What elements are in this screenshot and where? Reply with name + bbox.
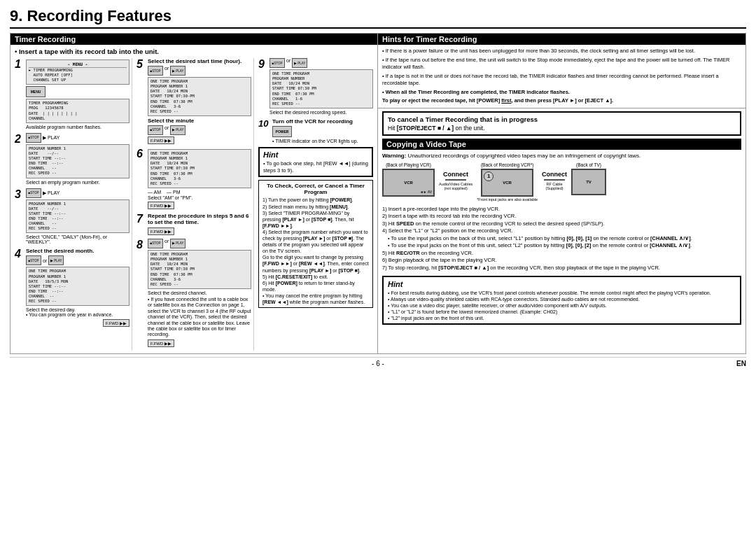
step-1-vcr-row: MENU <box>26 86 130 97</box>
step-4-stop-btn: ■STOP <box>26 255 41 265</box>
footer-spacer2: EN <box>384 360 746 367</box>
hint-box: Hint • To go back one step, hit [REW ◄◄]… <box>258 147 373 178</box>
step-6-sub: Select "AM" or "PM". <box>148 195 251 200</box>
step-1-menu-lcd: - MENU - ► TIMER PROGRAMMING AUTO REPEAT… <box>26 59 130 85</box>
step-7-num: 7 <box>136 213 145 235</box>
step-4-play-btn: ▶ PLAY <box>48 255 64 265</box>
step-7-ffwd: F.FWD ▶▶ <box>148 227 174 235</box>
step-10-power: POWER <box>272 126 373 137</box>
step-8-content: ■STOP or ▶ PLAY ONE TIME PROGRAM PROGRAM… <box>148 239 251 347</box>
steps-col2: 5 Select the desired start time (hour). … <box>135 58 254 351</box>
playing-vcr: (Back of Playing VCR) VCR ◄► AV <box>382 162 435 197</box>
step-1-menu-button: MENU <box>26 86 46 97</box>
step-5-ffwd: F.FWD ▶▶ <box>148 136 174 144</box>
page-title: 9. Recording Features <box>10 7 746 29</box>
hints-timer-recording-header: Hints for Timer Recording <box>378 34 746 45</box>
left-column: Timer Recording • Insert a tape with its… <box>10 34 378 353</box>
step-2-sub: Select an empty program number. <box>26 180 130 185</box>
back-playing-label: (Back of Playing VCR) <box>386 162 431 167</box>
left-section-content: • Insert a tape with its record tab into… <box>10 45 377 353</box>
step-4-num: 4 <box>15 248 23 327</box>
step-8-cable-note: • If you have connected the unit to a ca… <box>148 297 251 338</box>
hint-title: Hint <box>263 150 368 159</box>
cancel-text: Hit [STOP/EJECT ■ / ▲] on the unit. <box>388 125 736 132</box>
step-2-lcd: PROGRAM NUMBER 1 DATE --/-- START TIME -… <box>26 144 130 178</box>
step-4-desc: Select the desired month. <box>26 248 130 254</box>
insert-tape-instruction: • Insert a tape with its record tab into… <box>15 48 373 55</box>
hints-content: • If there is a power failure or the uni… <box>378 45 746 108</box>
step-8-row: 8 ■STOP or ▶ PLAY ONE TIME PROGRAM PROGR… <box>136 239 251 347</box>
step-5-desc: Select the desired start time (hour). <box>148 58 251 64</box>
step-10-sub: • TIMER indicator on the VCR lights up. <box>272 139 373 143</box>
connect-1: Connect Audio/Video Cables(not supplied) <box>439 162 472 190</box>
step-5-lcd: ONE TIME PROGRAM PROGRAM NUMBER 1 DATE 1… <box>148 77 251 116</box>
step-5-minute: Select the minute <box>148 118 251 124</box>
rf-cable-label: RF Cable(Supplied) <box>546 182 564 190</box>
step-2-num: 2 <box>15 133 23 185</box>
recording-vcr-box: VCR 1 <box>481 169 533 197</box>
back-recording-label: (Back of Recording VCR*) <box>481 162 534 167</box>
main-grid: Timer Recording • Insert a tape with its… <box>10 33 746 354</box>
step-1-sub: Available program number flashes. <box>26 125 130 129</box>
step-8-ffwd: F.FWD ▶▶ <box>148 339 174 347</box>
page-footer: - 6 - EN <box>10 357 746 367</box>
step-10-desc: Turn off the VCR for recording <box>272 118 373 125</box>
step-6-num: 6 <box>136 148 145 209</box>
hint-bottom-bullets: • For best results during dubbing, use t… <box>388 290 736 321</box>
step-5-row: 5 Select the desired start time (hour). … <box>136 58 251 144</box>
step-6-content: ONE TIME PROGRAM PROGRAM NUMBER 1 DATE 1… <box>148 148 251 209</box>
step-2-content: ■STOP ▶ PLAY PROGRAM NUMBER 1 DATE --/--… <box>26 133 130 185</box>
step-4-ffwd: F.FWD ▶▶ <box>26 319 130 327</box>
step-1-num: 1 <box>15 58 23 129</box>
hints-list: • If there is a power failure or the uni… <box>382 48 741 105</box>
step-6-ffwd: F.FWD ▶▶ <box>148 202 174 209</box>
step-5-buttons2: ■STOP or ▶ PLAY <box>148 125 251 135</box>
timer-recording-header: Timer Recording <box>10 34 377 45</box>
recording-vcr: (Back of Recording VCR*) VCR 1 *Front in… <box>477 162 538 202</box>
step-3-num: 3 <box>15 188 23 245</box>
step-8-buttons: ■STOP or ▶ PLAY <box>148 239 251 248</box>
step-6-row: 6 ONE TIME PROGRAM PROGRAM NUMBER 1 DATE… <box>136 148 251 209</box>
copy-section: Copying a Video Tape Warning: Unauthoriz… <box>382 139 741 272</box>
step-4-row: 4 Select the desired month. ■STOP or ▶ P… <box>15 248 130 327</box>
playing-vcr-box: VCR ◄► AV <box>382 169 435 197</box>
step-1-row: 1 - MENU - ► TIMER PROGRAMMING AUTO REPE… <box>15 58 130 129</box>
step-10-row: 10 Turn off the VCR for recording POWER … <box>258 118 373 143</box>
first-input-note: *Front input jacks are also available <box>477 197 538 202</box>
copy-warning: Warning: Unauthorized recordings of copy… <box>382 153 741 160</box>
cancel-box: To cancel a Timer Recording that is in p… <box>382 111 741 136</box>
step-2-row: 2 ■STOP ▶ PLAY PROGRAM NUMBER 1 DATE --/… <box>15 133 130 185</box>
step-4-lcd: ONE TIME PROGRAM PROGRAM NUMBER 1 DATE 1… <box>26 267 130 306</box>
step-1-content: - MENU - ► TIMER PROGRAMMING AUTO REPEAT… <box>26 58 130 129</box>
check-correct-cancel-box: To Check, Correct, or Cancel a Timer Pro… <box>258 180 373 308</box>
step-9-lcd: ONE TIME PROGRAM PROGRAM NUMBER DATE 10/… <box>270 69 373 108</box>
step-9-row: 9 ■STOP or ▶ PLAY ONE TIME PROGRAM PROGR… <box>258 58 373 115</box>
step-8-sub: Select the desired channel. <box>148 290 251 295</box>
hint-text: • To go back one step, hit [REW ◄◄] (dur… <box>263 160 368 174</box>
step-9-content: ■STOP or ▶ PLAY ONE TIME PROGRAM PROGRAM… <box>270 58 373 115</box>
copy-header: Copying a Video Tape <box>382 139 741 150</box>
page-number: - 6 - <box>372 360 384 367</box>
step-9-num: 9 <box>258 58 267 115</box>
step-7-row: 7 Repeat the procedure in steps 5 and 6 … <box>136 213 251 235</box>
hint-bottom-title: Hint <box>388 279 736 289</box>
copy-steps: 1) Insert a pre-recorded tape into the p… <box>382 206 741 272</box>
check-title: To Check, Correct, or Cancel a Timer Pro… <box>262 183 369 195</box>
step-9-sub: Select the desired recording speed. <box>270 110 373 115</box>
step-8-lcd: ONE TIME PROGRAM PROGRAM NUMBER 1 DATE 1… <box>148 250 251 289</box>
step-6-lcd: ONE TIME PROGRAM PROGRAM NUMBER 1 DATE 1… <box>148 149 251 188</box>
step-1-timer-lcd: TIMER PROGRAMMING PROG 12345678 DATE | |… <box>26 99 130 123</box>
steps-col1: 1 - MENU - ► TIMER PROGRAMMING AUTO REPE… <box>15 58 132 351</box>
step-3-sub: Select "ONCE," "DAILY" (Mon-Fri), or "WE… <box>26 234 130 244</box>
step-3-play-btn: ▶ PLAY <box>43 190 59 196</box>
cancel-section: To cancel a Timer Recording that is in p… <box>382 111 741 136</box>
step-3-row: 3 ■STOP ▶ PLAY PROGRAM NUMBER 1 DATE --/… <box>15 188 130 245</box>
step-4-or: or <box>43 258 47 263</box>
cable-line-1 <box>445 179 466 181</box>
en-label: EN <box>736 360 746 367</box>
step-3-stop-btn: ■STOP <box>26 188 41 198</box>
step-5-num: 5 <box>136 58 145 144</box>
step-8-num: 8 <box>136 239 145 347</box>
step-10-content: Turn off the VCR for recording POWER • T… <box>272 118 373 143</box>
connect-label-1: Connect <box>443 171 468 178</box>
